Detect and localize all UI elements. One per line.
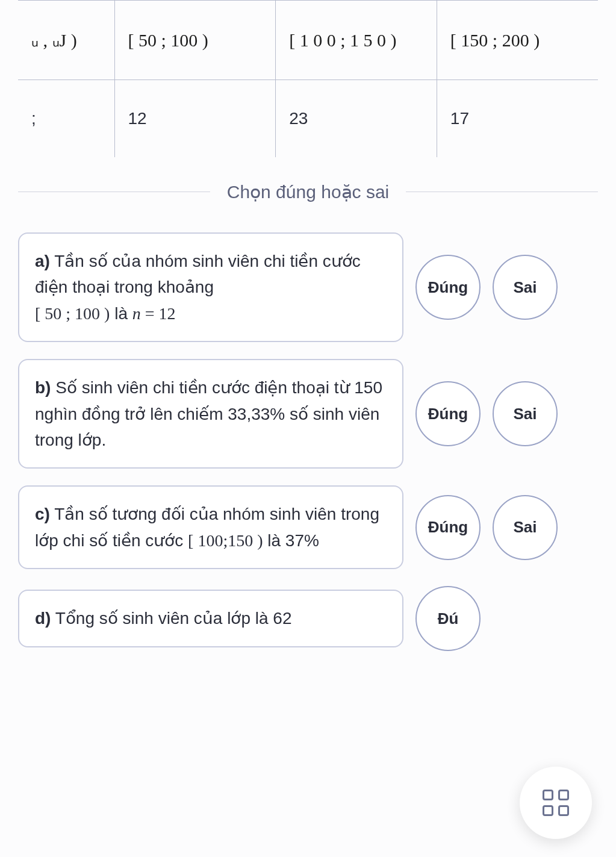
answer-group: Đúng Sai <box>415 255 558 320</box>
freq-cell-3: 17 <box>437 80 598 158</box>
divider-line <box>18 192 210 192</box>
true-button[interactable]: Đúng <box>415 381 481 446</box>
table-row: ; 12 23 17 <box>18 80 598 158</box>
question-row-a: a) Tần số của nhóm sinh viên chi tiền cư… <box>18 232 598 342</box>
question-math-var: n <box>132 304 141 323</box>
section-divider: Chọn đúng hoặc sai <box>18 181 598 202</box>
question-text: Tổng số sinh viên của lớp là 62 <box>51 609 291 628</box>
freq-cell-partial: ; <box>18 80 114 158</box>
freq-cell-1: 12 <box>114 80 276 158</box>
true-button-cut[interactable]: Đú <box>415 586 481 651</box>
false-button[interactable]: Sai <box>493 255 558 320</box>
question-text: Tần số của nhóm sinh viên chi tiền cước … <box>35 252 361 296</box>
question-math: [ 50 ; 100 ) <box>35 304 110 323</box>
interval-cell-1: [ 50 ; 100 ) <box>114 1 276 80</box>
question-row-d: d) Tổng số sinh viên của lớp là 62 Đú <box>18 586 598 651</box>
question-box-a: a) Tần số của nhóm sinh viên chi tiền cư… <box>18 232 403 342</box>
question-math: = 12 <box>141 304 176 323</box>
question-text: Số sinh viên chi tiền cước điện thoại từ… <box>35 378 382 449</box>
question-tag: c) <box>35 505 50 523</box>
true-button[interactable]: Đúng <box>415 255 481 320</box>
question-row-c: c) Tần số tương đối của nhóm sinh viên t… <box>18 485 598 569</box>
question-math: [ 100;150 ) <box>188 531 263 550</box>
page-container: ᵤ , ᵤJ ) [ 50 ; 100 ) [ 1 0 0 ; 1 5 0 ) … <box>0 0 616 651</box>
false-button[interactable]: Sai <box>493 381 558 446</box>
false-button[interactable]: Sai <box>493 495 558 560</box>
frequency-table: ᵤ , ᵤJ ) [ 50 ; 100 ) [ 1 0 0 ; 1 5 0 ) … <box>18 0 598 157</box>
divider-line <box>406 192 598 192</box>
true-button[interactable]: Đúng <box>415 495 481 560</box>
question-row-b: b) Số sinh viên chi tiền cước điện thoại… <box>18 359 598 469</box>
interval-cell-2: [ 1 0 0 ; 1 5 0 ) <box>276 1 437 80</box>
question-tag: d) <box>35 609 51 628</box>
divider-label: Chọn đúng hoặc sai <box>210 181 406 202</box>
question-tag: b) <box>35 378 51 397</box>
interval-cell-partial: ᵤ , ᵤJ ) <box>18 1 114 80</box>
answer-group: Đúng Sai <box>415 495 558 560</box>
question-text: là 37% <box>263 531 319 550</box>
question-box-c: c) Tần số tương đối của nhóm sinh viên t… <box>18 485 403 569</box>
question-tag: a) <box>35 252 50 270</box>
answer-group: Đú <box>415 586 481 651</box>
question-box-b: b) Số sinh viên chi tiền cước điện thoại… <box>18 359 403 469</box>
question-box-d: d) Tổng số sinh viên của lớp là 62 <box>18 590 403 647</box>
question-text: là <box>110 304 132 323</box>
table-row: ᵤ , ᵤJ ) [ 50 ; 100 ) [ 1 0 0 ; 1 5 0 ) … <box>18 1 598 80</box>
interval-cell-3: [ 150 ; 200 ) <box>437 1 598 80</box>
freq-cell-2: 23 <box>276 80 437 158</box>
answer-group: Đúng Sai <box>415 381 558 446</box>
